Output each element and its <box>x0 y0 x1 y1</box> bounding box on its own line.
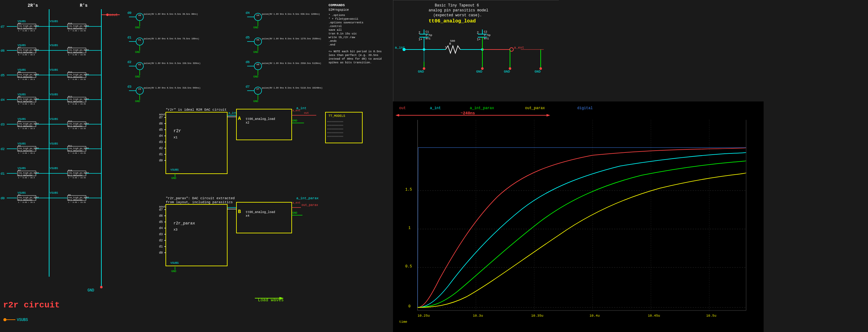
middle-panel: d0 V0 pulse(0V 1.8V 0ns 0.5ns 0.5ns 39.5… <box>126 0 393 332</box>
svg-text:d6: d6 <box>246 60 250 64</box>
svg-text:COMMANDS: COMMANDS <box>329 3 345 7</box>
svg-text:m=1: m=1 <box>426 37 431 40</box>
svg-text:VSUBS: VSUBS <box>170 261 179 265</box>
svg-text:.control: .control <box>329 25 342 28</box>
r-title: R's <box>80 3 88 8</box>
svg-text:VSUBS: VSUBS <box>50 118 58 121</box>
svg-text:d5: d5 <box>159 128 163 132</box>
svg-text:aout: aout <box>159 205 166 209</box>
svg-text:pulse(0V 1.8V 0ns 0.5ns 0.5ns : pulse(0V 1.8V 0ns 0.5ns 0.5ns 159.5ns 32… <box>144 62 200 64</box>
svg-text:R7: R7 <box>18 47 21 49</box>
svg-text:d7: d7 <box>159 208 163 212</box>
svg-text:R=1.001e+04: R=1.001e+04 <box>68 174 82 177</box>
svg-text:═══════════: ═══════════ <box>327 131 343 134</box>
top-right-row: Basic Tiny Tapeout 6 analog pin parasiti… <box>393 0 764 102</box>
model-title-line3: (expected worst case). <box>433 13 482 18</box>
svg-text:2: 2 <box>477 31 479 34</box>
svg-text:tt06_analog_load: tt06_analog_load <box>246 211 275 214</box>
svg-text:d2: d2 <box>159 239 163 242</box>
svg-text:1 * 0.69 / 19.55: 1 * 0.69 / 19.55 <box>68 128 86 130</box>
svg-text:pulse(0V 1.8V 0ns 0.5ns 0.5ns : pulse(0V 1.8V 0ns 0.5ns 0.5ns 79.5ns 160… <box>144 37 199 40</box>
svg-text:<= NOTE each bit period is 0.5: <= NOTE each bit period is 0.5ns <box>329 50 382 53</box>
legend-a-int-parax: a_int_parax <box>470 106 494 110</box>
svg-text:SIM=ngspice: SIM=ngspice <box>329 8 349 12</box>
svg-text:GND: GND <box>171 270 176 273</box>
svg-text:GND: GND <box>135 26 140 29</box>
legend-out: out <box>399 106 406 110</box>
svg-text:* + filetype=ascii: * + filetype=ascii <box>329 18 358 21</box>
svg-text:pulse(0V 1.8V 0ns 0.5ns 0.5ns : pulse(0V 1.8V 0ns 0.5ns 0.5ns 5119.5ns 1… <box>262 87 322 89</box>
model-diagram-panel: Basic Tiny Tapeout 6 analog pin parasiti… <box>393 0 559 102</box>
svg-text:res_high_po_0p69: res_high_po_0p69 <box>68 25 89 27</box>
svg-text:d4: d4 <box>159 134 163 138</box>
svg-text:d0: d0 <box>159 251 163 254</box>
svg-text:GND: GND <box>88 288 94 293</box>
svg-text:res_high_po_0p69: res_high_po_0p69 <box>18 49 39 51</box>
svg-text:R=2.002e+04: R=2.002e+04 <box>18 101 32 103</box>
svg-text:res_high_po_0p69: res_high_po_0p69 <box>68 196 89 199</box>
svg-text:TT_MODELS: TT_MODELS <box>329 114 345 118</box>
svg-text:GND: GND <box>171 177 176 180</box>
svg-text:2.5p: 2.5p <box>426 34 432 37</box>
svg-text:R=2.002e+04: R=2.002e+04 <box>18 174 32 177</box>
svg-text:R2: R2 <box>18 169 21 172</box>
svg-text:R15: R15 <box>68 47 72 49</box>
svg-text:VSUBS: VSUBS <box>170 168 179 171</box>
svg-text:1 * 0.69 / 19.55: 1 * 0.69 / 19.55 <box>68 54 86 56</box>
svg-text:res_high_po_0p69: res_high_po_0p69 <box>68 74 89 76</box>
svg-text:═══════════: ═══════════ <box>327 135 343 138</box>
svg-text:V6: V6 <box>256 63 259 66</box>
svg-text:+: + <box>445 46 446 49</box>
svg-text:R=1.001e+04: R=1.001e+04 <box>68 27 82 30</box>
svg-text:VSUBS: VSUBS <box>50 20 58 23</box>
svg-text:pulse(0V 1.8V 0ns 0.5ns 0.5ns : pulse(0V 1.8V 0ns 0.5ns 0.5ns 39.5ns 80n… <box>144 13 198 16</box>
svg-text:res_high_po_0p69: res_high_po_0p69 <box>18 172 39 174</box>
svg-text:V0: V0 <box>138 14 141 17</box>
svg-text:GND: GND <box>135 100 140 103</box>
svg-text:"r2r_parax": DAC circuit extra: "r2r_parax": DAC circuit extracted <box>166 196 235 200</box>
svg-text:d1: d1 <box>127 36 132 39</box>
svg-text:a_int_parax: a_int_parax <box>296 196 319 200</box>
svg-text:GND: GND <box>135 51 140 54</box>
svg-text:d6: d6 <box>159 122 163 126</box>
svg-text:d3: d3 <box>127 85 131 88</box>
circuit-title: r2r circuit <box>3 300 60 310</box>
svg-text:1 * 0.69 / 39.9: 1 * 0.69 / 39.9 <box>18 177 35 179</box>
svg-text:R: R <box>449 43 451 46</box>
svg-text:V1: V1 <box>138 38 141 41</box>
svg-point-337 <box>481 67 484 70</box>
svg-text:out: out <box>304 112 309 115</box>
svg-text:d5: d5 <box>246 36 250 39</box>
svg-text:GND: GND <box>504 70 510 74</box>
svg-text:d7: d7 <box>1 25 5 29</box>
svg-text:1 * 0.69 / 19.55: 1 * 0.69 / 19.55 <box>68 78 86 81</box>
svg-text:500: 500 <box>450 40 455 43</box>
svg-text:R=1.001e+04: R=1.001e+04 <box>68 101 82 103</box>
svg-text:VSUBS: VSUBS <box>50 68 58 72</box>
model-subckt-name: tt06_analog_load <box>429 19 476 24</box>
svg-text:2.5p: 2.5p <box>484 34 491 37</box>
svg-text:GND: GND <box>292 212 297 215</box>
svg-text:GND: GND <box>534 70 541 74</box>
svg-text:x2: x2 <box>246 121 249 124</box>
svg-text:B: B <box>238 209 241 215</box>
svg-rect-349 <box>393 102 764 332</box>
svg-text:R=2.002e+04: R=2.002e+04 <box>18 27 32 30</box>
svg-text:2: 2 <box>418 31 420 34</box>
svg-text:═══════════: ═══════════ <box>327 120 343 123</box>
svg-text:GND: GND <box>292 119 297 122</box>
svg-text:R9: R9 <box>68 194 71 196</box>
svg-text:instead of 40ns for d0) to avo: instead of 40ns for d0) to avoid <box>329 57 382 60</box>
svg-point-346 <box>539 67 542 70</box>
svg-text:VSUBS: VSUBS <box>50 142 58 145</box>
svg-text:pulse(0V 1.8V 0ns 0.5ns 0.5ns : pulse(0V 1.8V 0ns 0.5ns 0.5ns 1279.5ns 2… <box>262 37 321 40</box>
svg-text:1 * 0.69 / 39.9: 1 * 0.69 / 39.9 <box>18 201 35 203</box>
svg-text:r2r: r2r <box>174 129 181 133</box>
svg-text:0: 0 <box>408 304 410 309</box>
svg-text:write tb_r2r.raw: write tb_r2r.raw <box>329 36 355 39</box>
svg-text:d3: d3 <box>1 123 5 126</box>
svg-text:d3: d3 <box>159 233 163 236</box>
svg-text:1+: 1+ <box>418 38 422 41</box>
svg-text:save all: save all <box>329 29 342 32</box>
svg-text:R12: R12 <box>68 120 72 123</box>
